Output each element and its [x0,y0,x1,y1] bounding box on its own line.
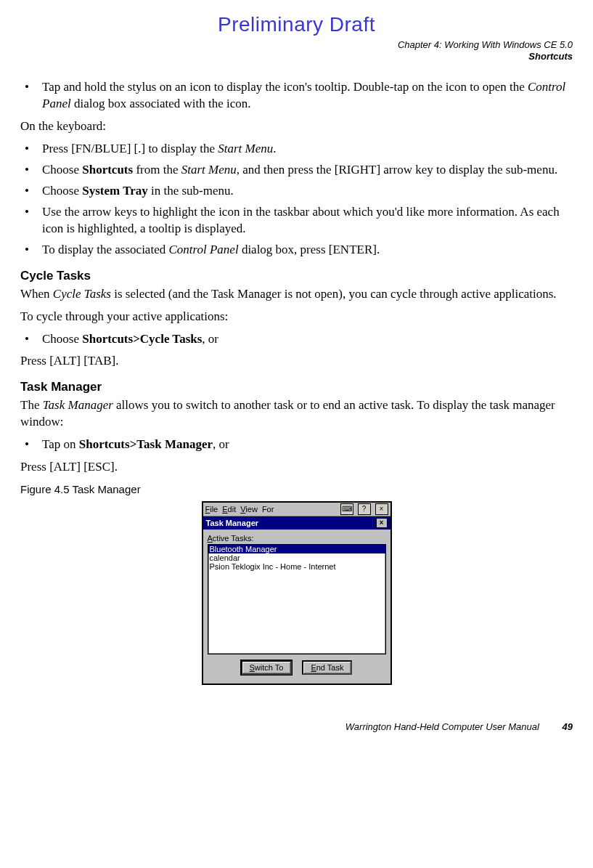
title-bar: Task Manager × [203,516,390,530]
heading-task-manager: Task Manager [20,380,573,394]
body-text: Press [ALT] [ESC]. [20,459,573,476]
menu-edit[interactable]: Edit [222,505,236,514]
page-number: 49 [563,721,573,732]
body-text: When Cycle Tasks is selected (and the Ta… [20,286,573,303]
menu-file[interactable]: File [205,505,218,514]
body-text: Press [ALT] [TAB]. [20,353,573,370]
close-icon[interactable]: × [375,503,388,515]
header-section: Shortcuts [528,51,573,62]
bullet-item: Choose Shortcuts from the Start Menu, an… [20,162,573,179]
body-text: The Task Manager allows you to switch to… [20,397,573,431]
bullet-item: Use the arrow keys to highlight the icon… [20,204,573,238]
menubar: File Edit View For ⌨ ? × [203,503,390,516]
bullet-item: Tap on Shortcuts>Task Manager, or [20,437,573,453]
header-chapter: Chapter 4: Working With Windows CE 5.0 [398,39,573,50]
task-manager-window: File Edit View For ⌨ ? × Task Manager × … [202,501,392,685]
bullet-item: Tap and hold the stylus on an icon to di… [20,79,573,113]
heading-cycle-tasks: Cycle Tasks [20,269,573,283]
menu-view[interactable]: View [240,505,258,514]
bullet-item: Choose Shortcuts>Cycle Tasks, or [20,331,573,348]
switch-to-button[interactable]: Switch To [241,660,293,675]
list-item[interactable]: Bluetooth Manager [208,545,385,553]
list-item[interactable]: Psion Teklogix Inc - Home - Internet [208,562,385,571]
keyboard-icon[interactable]: ⌨ [340,503,353,515]
list-item[interactable]: calendar [208,553,385,562]
bullet-item: To display the associated Control Panel … [20,242,573,259]
body-text: On the keyboard: [20,118,573,135]
active-tasks-label: Active Tasks: [208,534,386,543]
page-footer: Warrington Hand-Held Computer User Manua… [20,721,573,732]
bullet-item: Press [FN/BLUE] [.] to display the Start… [20,141,573,158]
footer-title: Warrington Hand-Held Computer User Manua… [345,721,539,732]
figure-caption: Figure 4.5 Task Manager [20,483,573,495]
title-close-icon[interactable]: × [376,518,388,528]
active-tasks-listbox[interactable]: Bluetooth Manager calendar Psion Teklogi… [208,544,386,654]
page-header: Chapter 4: Working With Windows CE 5.0 S… [20,39,573,62]
window-title: Task Manager [206,519,259,527]
end-task-button[interactable]: End Task [302,660,352,675]
body-text: To cycle through your active application… [20,309,573,325]
menu-font[interactable]: For [262,505,274,514]
bullet-item: Choose System Tray in the sub-menu. [20,183,573,200]
help-icon[interactable]: ? [358,503,371,515]
draft-banner: Preliminary Draft [20,13,573,36]
